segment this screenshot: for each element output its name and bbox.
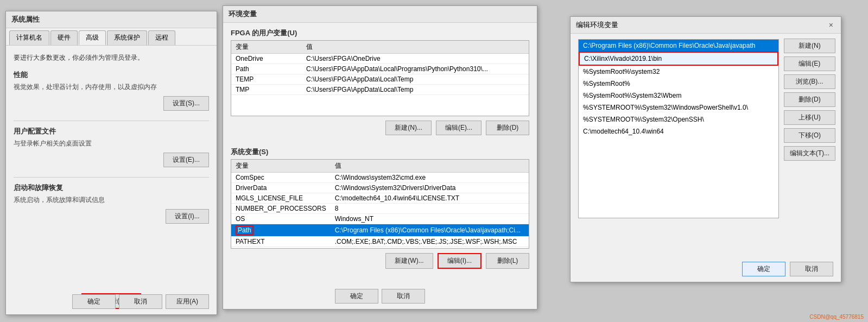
- edit-list-item[interactable]: C:\Program Files (x86)\Common Files\Orac…: [579, 40, 778, 52]
- edit-side-btn-3[interactable]: 删除(D): [784, 92, 835, 107]
- divider1: [14, 121, 209, 121]
- edit-env-close-button[interactable]: ×: [827, 21, 835, 29]
- edit-side-btn-5[interactable]: 下移(O): [784, 128, 835, 143]
- user-vars-btns: 新建(N)... 编辑(E)... 删除(D): [231, 116, 529, 140]
- user-vars-table: 变量 值 OneDriveC:\Users\FPGA\OneDrivePathC…: [231, 41, 529, 95]
- startup-section: 启动和故障恢复 系统启动，系统故障和调试信息 设置(I)...: [14, 183, 209, 224]
- sys-var-value: Windows_NT: [331, 214, 529, 224]
- divider2: [14, 177, 209, 178]
- edit-list-item[interactable]: C:\modeltech64_10.4\win64: [579, 125, 778, 137]
- sys-var-name: MGLS_LICENSE_FILE: [231, 193, 331, 204]
- startup-desc: 系统启动，系统故障和调试信息: [14, 195, 209, 205]
- tab-remote[interactable]: 远程: [148, 30, 175, 45]
- edit-env-list[interactable]: C:\Program Files (x86)\Common Files\Orac…: [578, 39, 779, 218]
- sysprops-tabbar: 计算机名 硬件 高级 系统保护 远程: [6, 28, 217, 46]
- tab-hardware[interactable]: 硬件: [50, 30, 78, 45]
- edit-env-title: 编辑环境变量: [576, 20, 618, 30]
- user-col-var: 变量: [231, 41, 302, 54]
- edit-env-ok-button[interactable]: 确定: [742, 262, 785, 276]
- sys-var-name: ComSpec: [231, 173, 331, 183]
- user-var-value: C:\Users\FPGA\OneDrive: [302, 54, 529, 64]
- sys-col-val: 值: [331, 160, 529, 173]
- sys-var-value: C:\Windows\System32\Drivers\DriverData: [331, 183, 529, 193]
- edit-env-cancel-button[interactable]: 取消: [790, 262, 833, 276]
- user-edit-button[interactable]: 编辑(E)...: [436, 121, 481, 135]
- sys-delete-button[interactable]: 删除(L): [486, 253, 529, 269]
- user-var-name: OneDrive: [231, 54, 302, 64]
- edit-list-item[interactable]: %SYSTEMROOT%\System32\WindowsPowerShell\…: [579, 102, 778, 113]
- sysprops-apply-button[interactable]: 应用(A): [166, 294, 209, 309]
- edit-side-btn-4[interactable]: 上移(U): [784, 110, 835, 125]
- sys-var-name: PATHEXT: [231, 237, 331, 247]
- envvars-cancel-button[interactable]: 取消: [382, 289, 425, 304]
- sys-var-row[interactable]: DriverDataC:\Windows\System32\Drivers\Dr…: [231, 183, 529, 193]
- edit-list-item[interactable]: C:\Xilinx\Vivado\2019.1\bin: [579, 52, 778, 66]
- sys-vars-label: 系统变量(S): [231, 147, 529, 157]
- sys-var-value: C:\Windows\system32\cmd.exe: [331, 173, 529, 183]
- sysprops-panel: 系统属性 计算机名 硬件 高级 系统保护 远程 要进行大多数更改，你必须作为管理…: [5, 11, 217, 315]
- user-delete-button[interactable]: 删除(D): [486, 121, 529, 135]
- sys-var-value: .COM;.EXE;.BAT;.CMD;.VBS;.VBE;.JS;.JSE;.…: [331, 237, 529, 247]
- user-var-row[interactable]: PathC:\Users\FPGA\AppData\Local\Programs…: [231, 64, 529, 74]
- sys-col-var: 变量: [231, 160, 331, 173]
- envvars-ok-button[interactable]: 确定: [335, 289, 378, 304]
- sys-var-row[interactable]: PATHEXT.COM;.EXE;.BAT;.CMD;.VBS;.VBE;.JS…: [231, 237, 529, 247]
- perf-section: 性能 视觉效果，处理器计划，内存使用，以及虚拟内存 设置(S)...: [14, 70, 209, 111]
- sys-var-name: DriverData: [231, 183, 331, 193]
- sysprops-ok-button[interactable]: 确定: [72, 294, 116, 309]
- sys-var-row[interactable]: OSWindows_NT: [231, 214, 529, 224]
- edit-list-item[interactable]: %SystemRoot%\System32\Wbem: [579, 90, 778, 102]
- edit-env-side-btns: 新建(N)编辑(E)浏览(B)...删除(D)上移(U)下移(O)编辑文本(T)…: [784, 39, 835, 161]
- sysprops-title: 系统属性: [6, 11, 217, 28]
- perf-desc: 视觉效果，处理器计划，内存使用，以及虚拟内存: [14, 82, 209, 92]
- sys-var-row[interactable]: NUMBER_OF_PROCESSORS8: [231, 204, 529, 214]
- user-var-value: C:\Users\FPGA\AppData\Local\Temp: [302, 85, 529, 95]
- sys-vars-section: 系统变量(S) 变量 值 ComSpecC:\Windows\system32\…: [223, 142, 537, 273]
- edit-side-btn-0[interactable]: 新建(N): [784, 39, 835, 53]
- tab-protection[interactable]: 系统保护: [107, 30, 147, 45]
- edit-list-item[interactable]: %SystemRoot%\system32: [579, 66, 778, 78]
- sys-var-row[interactable]: ComSpecC:\Windows\system32\cmd.exe: [231, 173, 529, 183]
- user-var-row[interactable]: TMPC:\Users\FPGA\AppData\Local\Temp: [231, 85, 529, 95]
- user-new-button[interactable]: 新建(N)...: [385, 121, 432, 135]
- envvars-footer: 确定 取消: [223, 289, 537, 304]
- profile-settings-button[interactable]: 设置(E)...: [163, 153, 209, 167]
- profile-desc: 与登录帐户相关的桌面设置: [14, 138, 209, 148]
- tab-computer[interactable]: 计算机名: [9, 30, 49, 45]
- edit-env-panel: 编辑环境变量 × C:\Program Files (x86)\Common F…: [570, 16, 841, 282]
- sys-var-row[interactable]: MGLS_LICENSE_FILEC:\modeltech64_10.4\win…: [231, 193, 529, 204]
- sys-var-value: C:\modeltech64_10.4\win64\LICENSE.TXT: [331, 193, 529, 204]
- perf-settings-button[interactable]: 设置(S)...: [163, 96, 209, 111]
- edit-list-item[interactable]: %SYSTEMROOT%\System32\OpenSSH\: [579, 113, 778, 125]
- user-vars-table-wrapper: 变量 值 OneDriveC:\Users\FPGA\OneDrivePathC…: [231, 40, 529, 116]
- sys-var-name: OS: [231, 214, 331, 224]
- sys-edit-button[interactable]: 编辑(I)...: [438, 253, 481, 269]
- sys-var-row[interactable]: PathC:\Program Files (x86)\Common Files\…: [231, 224, 529, 237]
- sys-var-value: C:\Program Files (x86)\Common Files\Orac…: [331, 224, 529, 237]
- user-var-row[interactable]: TEMPC:\Users\FPGA\AppData\Local\Temp: [231, 74, 529, 85]
- user-var-name: Path: [231, 64, 302, 74]
- admin-notice: 要进行大多数更改，你必须作为管理员登录。: [14, 53, 209, 62]
- envvars-panel: 环境变量 FPGA 的用户变量(U) 变量 值 OneDriveC:\Users…: [223, 5, 537, 310]
- user-var-name: TMP: [231, 85, 302, 95]
- edit-side-btn-6[interactable]: 编辑文本(T)...: [784, 146, 835, 161]
- user-var-value: C:\Users\FPGA\AppData\Local\Temp: [302, 74, 529, 85]
- sysprops-cancel-button[interactable]: 取消: [119, 294, 162, 309]
- edit-env-footer: 确定 取消: [571, 262, 841, 276]
- user-var-row[interactable]: OneDriveC:\Users\FPGA\OneDrive: [231, 54, 529, 64]
- edit-side-btn-2[interactable]: 浏览(B)...: [784, 74, 835, 89]
- user-vars-section: FPGA 的用户变量(U) 变量 值 OneDriveC:\Users\FPGA…: [223, 23, 537, 140]
- edit-list-item[interactable]: %SystemRoot%: [579, 78, 778, 90]
- edit-env-titlebar: 编辑环境变量 ×: [571, 17, 841, 34]
- sys-new-button[interactable]: 新建(W)...: [385, 253, 433, 269]
- startup-settings-button[interactable]: 设置(I)...: [166, 209, 209, 224]
- edit-side-btn-1[interactable]: 编辑(E): [784, 56, 835, 71]
- sys-vars-table-wrapper: 变量 值 ComSpecC:\Windows\system32\cmd.exeD…: [231, 159, 529, 249]
- user-col-val: 值: [302, 41, 529, 54]
- watermark: CSDN@qq_45776815: [809, 314, 864, 320]
- sysprops-ok-cancel: 确定 取消 应用(A): [72, 294, 209, 309]
- perf-label: 性能: [14, 70, 209, 80]
- startup-label: 启动和故障恢复: [14, 183, 209, 193]
- tab-advanced[interactable]: 高级: [79, 30, 106, 45]
- user-vars-label: FPGA 的用户变量(U): [231, 28, 529, 38]
